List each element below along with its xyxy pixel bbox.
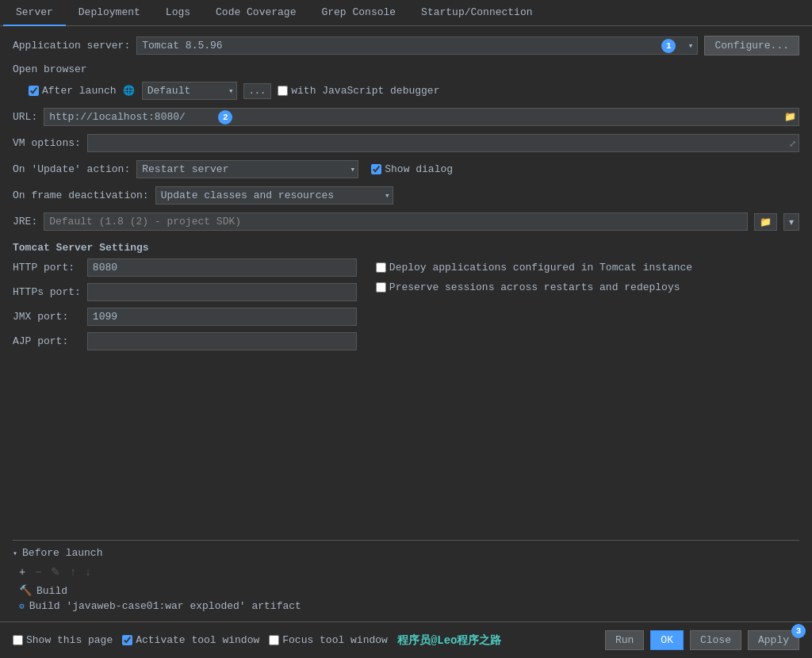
show-this-page-checkbox-label[interactable]: Show this page — [13, 634, 113, 646]
js-debugger-checkbox[interactable] — [278, 86, 288, 96]
preserve-sessions-label: Preserve sessions across restarts and re… — [389, 281, 680, 293]
url-input-wrapper: 2 📁 — [44, 108, 799, 126]
bottom-left: Show this page Activate tool window Focu… — [13, 633, 501, 648]
on-update-label: On 'Update' action: — [13, 163, 130, 175]
after-launch-label: After launch — [42, 85, 117, 97]
vm-options-input[interactable] — [87, 134, 799, 152]
jre-input[interactable] — [44, 212, 748, 231]
move-down-button[interactable]: ↓ — [82, 564, 94, 580]
port-grid: HTTP port: HTTPs port: JMX port: AJP por… — [13, 258, 357, 350]
browser-dots-button[interactable]: ... — [243, 83, 272, 99]
ok-button[interactable]: OK — [650, 630, 684, 650]
move-up-button[interactable]: ↑ — [67, 564, 79, 580]
run-button[interactable]: Run — [605, 630, 644, 650]
activate-tool-label: Activate tool window — [136, 634, 259, 646]
build-label: Build — [36, 585, 67, 597]
apply-button-wrapper: Apply 3 — [748, 630, 799, 650]
js-debugger-label: with JavaScript debugger — [291, 85, 439, 97]
url-row: URL: 2 📁 — [13, 108, 799, 126]
tab-startup-connection[interactable]: Startup/Connection — [408, 0, 545, 26]
show-this-page-checkbox[interactable] — [13, 635, 23, 645]
url-input[interactable] — [44, 108, 799, 126]
url-label: URL: — [13, 111, 37, 123]
jre-label: JRE: — [13, 216, 37, 228]
focus-tool-checkbox-label[interactable]: Focus tool window — [269, 634, 388, 646]
before-launch-toggle[interactable]: ▾ — [13, 549, 17, 558]
tab-code-coverage[interactable]: Code Coverage — [203, 0, 308, 26]
before-launch-label: Before launch — [22, 547, 102, 559]
preserve-sessions-checkbox-label[interactable]: Preserve sessions across restarts and re… — [376, 281, 692, 293]
bottom-bar: Show this page Activate tool window Focu… — [0, 622, 812, 658]
preserve-sessions-checkbox[interactable] — [376, 282, 386, 293]
add-task-button[interactable]: + — [16, 564, 29, 580]
on-update-select[interactable]: Restart server Redeploy application Hot … — [136, 160, 358, 178]
show-this-page-label: Show this page — [26, 634, 113, 646]
application-server-label: Application server: — [13, 40, 130, 52]
on-update-row: On 'Update' action: Restart server Redep… — [13, 160, 799, 178]
show-dialog-checkbox[interactable] — [371, 164, 381, 174]
deploy-apps-checkbox[interactable] — [376, 262, 386, 273]
jre-row: JRE: 📁 ▾ — [13, 212, 799, 231]
expand-icon[interactable]: ⤢ — [789, 138, 796, 148]
tab-server[interactable]: Server — [3, 0, 66, 26]
open-browser-label: Open browser — [13, 63, 799, 75]
tab-bar: Server Deployment Logs Code Coverage Gre… — [0, 0, 812, 26]
application-server-select-wrapper: Tomcat 8.5.96 1 ▾ — [136, 36, 698, 55]
remove-task-button[interactable]: − — [32, 564, 44, 580]
right-options: Deploy applications configured in Tomcat… — [376, 258, 692, 350]
close-button[interactable]: Close — [690, 630, 741, 650]
spacer — [13, 358, 799, 532]
build-artifact-item: ⚙ Build 'javaweb-case01:war exploded' ar… — [19, 600, 799, 612]
activate-tool-checkbox-label[interactable]: Activate tool window — [122, 634, 259, 646]
on-frame-select-wrapper: Update classes and resources Update reso… — [155, 186, 393, 205]
tab-grep-console[interactable]: Grep Console — [308, 0, 408, 26]
activate-tool-checkbox[interactable] — [122, 635, 132, 645]
before-launch-section: ▾ Before launch + − ✎ ↑ ↓ 🔨 Build ⚙ Buil… — [13, 540, 799, 612]
build-item: 🔨 Build — [19, 584, 799, 597]
focus-tool-checkbox[interactable] — [269, 635, 279, 645]
browser-select[interactable]: Default — [142, 82, 237, 100]
jre-dropdown-button[interactable]: ▾ — [783, 213, 799, 231]
on-frame-select[interactable]: Update classes and resources Update reso… — [155, 186, 393, 205]
application-server-select[interactable]: Tomcat 8.5.96 — [136, 36, 698, 55]
vm-input-wrapper: ⤢ — [87, 134, 799, 152]
badge-3: 3 — [791, 624, 806, 638]
deploy-apps-checkbox-label[interactable]: Deploy applications configured in Tomcat… — [376, 262, 692, 274]
on-update-select-wrapper: Restart server Redeploy application Hot … — [136, 160, 358, 178]
jmx-port-label: JMX port: — [13, 311, 81, 323]
watermark: 程序员@Leo程序之路 — [397, 633, 502, 648]
jmx-port-input[interactable] — [87, 308, 357, 326]
jre-folder-button[interactable]: 📁 — [754, 213, 777, 231]
tab-logs[interactable]: Logs — [153, 0, 203, 26]
tomcat-settings-header: Tomcat Server Settings — [13, 242, 799, 254]
tomcat-settings-section: Tomcat Server Settings HTTP port: HTTPs … — [13, 239, 799, 350]
server-settings: HTTP port: HTTPs port: JMX port: AJP por… — [13, 258, 799, 350]
artifact-icon: ⚙ — [19, 601, 25, 611]
application-server-row: Application server: Tomcat 8.5.96 1 ▾ Co… — [13, 36, 799, 55]
folder-icon[interactable]: 📁 — [784, 111, 796, 123]
bottom-right: Run OK Close Apply 3 — [605, 630, 799, 650]
badge-2: 2 — [218, 110, 232, 124]
vm-options-label: VM options: — [13, 137, 81, 149]
show-dialog-checkbox-label[interactable]: Show dialog — [371, 163, 453, 175]
configure-button[interactable]: Configure... — [704, 36, 799, 55]
deploy-apps-label: Deploy applications configured in Tomcat… — [389, 262, 692, 274]
on-frame-label: On frame deactivation: — [13, 189, 149, 201]
browser-row: After launch 🌐 Default ... with JavaScri… — [13, 82, 799, 100]
after-launch-checkbox-label[interactable]: After launch — [29, 85, 117, 97]
ajp-port-input[interactable] — [87, 332, 357, 350]
before-launch-toolbar: + − ✎ ↑ ↓ — [13, 564, 799, 580]
edit-task-button[interactable]: ✎ — [48, 564, 63, 580]
vm-options-row: VM options: ⤢ — [13, 134, 799, 152]
js-debugger-checkbox-label[interactable]: with JavaScript debugger — [278, 85, 439, 97]
tab-deployment[interactable]: Deployment — [66, 0, 153, 26]
https-port-label: HTTPs port: — [13, 286, 81, 298]
browser-select-wrapper: Default — [142, 82, 237, 100]
show-dialog-label: Show dialog — [385, 163, 453, 175]
before-launch-items: 🔨 Build ⚙ Build 'javaweb-case01:war expl… — [13, 584, 799, 612]
after-launch-checkbox[interactable] — [29, 86, 39, 96]
https-port-input[interactable] — [87, 283, 357, 301]
http-port-input[interactable] — [87, 258, 357, 277]
ajp-port-label: AJP port: — [13, 335, 81, 347]
before-launch-header: ▾ Before launch — [13, 547, 799, 559]
